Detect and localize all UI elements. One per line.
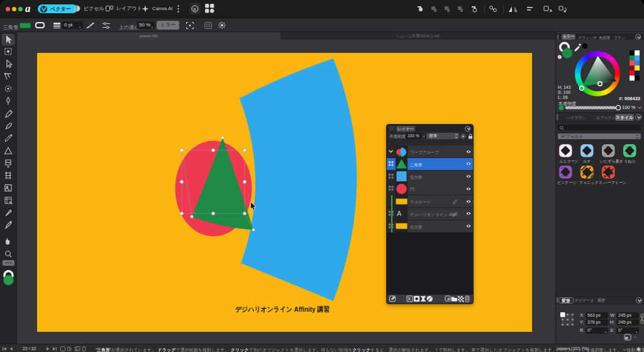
svg-text:A: A [397,210,402,217]
svg-text:X: X [408,297,411,301]
svg-text:a: a [193,6,196,12]
svg-text:a: a [25,3,31,14]
svg-text:デジハリオンライン Affinity 講習: デジハリオンライン Affinity 講習 [235,305,330,313]
